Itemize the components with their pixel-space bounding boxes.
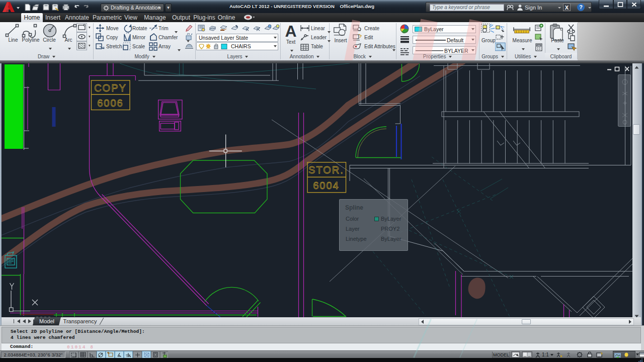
- svg-text:1:1: 1:1: [542, 352, 549, 357]
- svg-text:6006: 6006: [97, 98, 124, 109]
- svg-text:6004: 6004: [313, 180, 340, 191]
- svg-text:COPY: COPY: [94, 82, 127, 94]
- svg-text:STOR.: STOR.: [308, 164, 344, 175]
